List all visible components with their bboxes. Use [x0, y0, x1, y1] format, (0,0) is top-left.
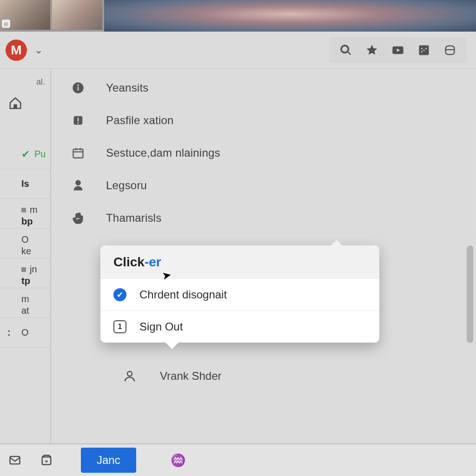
chevron-down-icon[interactable]: ⌄	[34, 44, 43, 56]
svg-point-12	[77, 122, 79, 124]
popover-title-suffix: -er	[145, 255, 161, 269]
left-row-5-text2: at	[21, 305, 29, 316]
svg-rect-6	[13, 105, 17, 109]
svg-point-2	[421, 51, 423, 52]
svg-rect-11	[78, 118, 79, 121]
check-icon: ✔	[21, 148, 30, 160]
left-row-4-text2: tp	[21, 276, 30, 286]
popover-title: Click-er	[100, 245, 379, 279]
left-row-4[interactable]: jntp	[0, 258, 50, 288]
left-row-5[interactable]: mat	[0, 288, 50, 318]
menu-item-0-label: Yeansits	[106, 81, 148, 94]
info-icon	[72, 81, 85, 94]
left-row-6-text: O	[21, 327, 29, 338]
menu-item-3-label: Legsoru	[106, 179, 147, 192]
left-row-6[interactable]: O	[0, 318, 50, 348]
menu-item-3[interactable]: Legsoru	[51, 169, 476, 202]
calendar-icon	[72, 146, 85, 159]
left-row-3-text2: ke	[21, 246, 31, 257]
contact-row[interactable]: Vrank Shder	[123, 369, 222, 383]
archive-icon[interactable]	[40, 454, 53, 467]
toolbar: M ⌄	[0, 32, 476, 69]
apps-icon[interactable]	[417, 44, 430, 57]
left-row-0-text: Pu	[34, 149, 46, 159]
left-row-0[interactable]: ✔Pu	[0, 139, 50, 169]
account-popover: Click-er ✔ Chrdent disognait 1 Sign Out	[100, 245, 379, 343]
browser-tabs: ◎	[0, 0, 476, 32]
left-rail-label: al.	[0, 77, 50, 87]
popover-option-signout[interactable]: 1 Sign Out	[100, 311, 379, 343]
tab-thumb-1[interactable]: ◎	[0, 0, 50, 30]
svg-point-4	[425, 47, 427, 49]
left-row-5-text: m	[21, 294, 29, 304]
tab-thumb-2[interactable]	[52, 0, 102, 30]
hand-icon	[72, 212, 85, 225]
main-area: M ⌄ al. ✔Pu Is mbp Oke jntp mat O Yeansi…	[0, 32, 476, 476]
home-icon[interactable]	[8, 96, 22, 110]
tab-hero-bg	[104, 0, 476, 32]
alert-icon	[72, 114, 85, 127]
svg-point-14	[76, 181, 80, 185]
menu-item-4[interactable]: Thamarisls	[51, 202, 476, 234]
check-circle-icon: ✔	[113, 288, 126, 301]
left-row-2-text2: bp	[21, 216, 33, 227]
menu-item-2[interactable]: Sestuce,dam nlainings	[51, 137, 476, 169]
left-row-1[interactable]: Is	[0, 169, 50, 199]
popover-arrow-top	[330, 240, 343, 246]
bird-icon[interactable]: ♒	[171, 453, 185, 468]
svg-rect-13	[73, 149, 83, 158]
left-row-3-text: O	[21, 234, 29, 245]
star-icon[interactable]	[365, 44, 378, 57]
menu-item-1-label: Pasfile xation	[106, 114, 174, 127]
flag-icon	[21, 267, 26, 272]
left-row-4-text: jn	[30, 264, 37, 275]
svg-rect-16	[10, 456, 20, 464]
contact-name-label: Vrank Shder	[160, 370, 222, 383]
menu-item-2-label: Sestuce,dam nlainings	[106, 146, 220, 159]
person-icon	[72, 179, 85, 192]
svg-point-5	[421, 47, 423, 49]
inbox-icon[interactable]	[443, 44, 456, 57]
app-logo[interactable]: M	[6, 40, 27, 61]
svg-point-15	[127, 371, 132, 376]
scrollbar[interactable]	[467, 245, 473, 343]
popover-option-0-label: Chrdent disognait	[139, 288, 227, 301]
camera-icon: ◎	[2, 20, 10, 28]
menu-item-0[interactable]: Yeansits	[51, 72, 476, 104]
svg-rect-17	[42, 457, 51, 464]
left-row-1-text: Is	[21, 178, 29, 189]
toolbar-actions	[329, 37, 467, 63]
primary-button[interactable]: Janc	[81, 448, 136, 473]
svg-point-9	[77, 85, 79, 86]
left-rail: al. ✔Pu Is mbp Oke jntp mat O	[0, 69, 51, 443]
mail-icon[interactable]	[8, 454, 21, 467]
number-box-icon: 1	[113, 320, 126, 333]
menu-item-1[interactable]: Pasfile xation	[51, 104, 476, 137]
left-row-2-text: m	[30, 205, 38, 215]
person-outline-icon	[123, 369, 137, 383]
popover-arrow-bottom	[165, 342, 179, 349]
menu-item-4-label: Thamarisls	[106, 212, 161, 225]
search-icon[interactable]	[339, 44, 352, 57]
menu-list: Yeansits Pasfile xation Sestuce,dam nlai…	[51, 69, 476, 234]
left-row-3[interactable]: Oke	[0, 229, 50, 258]
left-row-2[interactable]: mbp	[0, 199, 50, 229]
svg-rect-8	[78, 87, 79, 91]
popover-title-main: Click	[113, 255, 145, 269]
popover-option-1-label: Sign Out	[139, 320, 183, 333]
footer: Janc ♒	[0, 443, 476, 476]
video-icon[interactable]	[391, 44, 404, 57]
flag-icon	[21, 208, 26, 212]
svg-point-3	[423, 49, 424, 51]
popover-option-0[interactable]: ✔ Chrdent disognait	[100, 279, 379, 311]
